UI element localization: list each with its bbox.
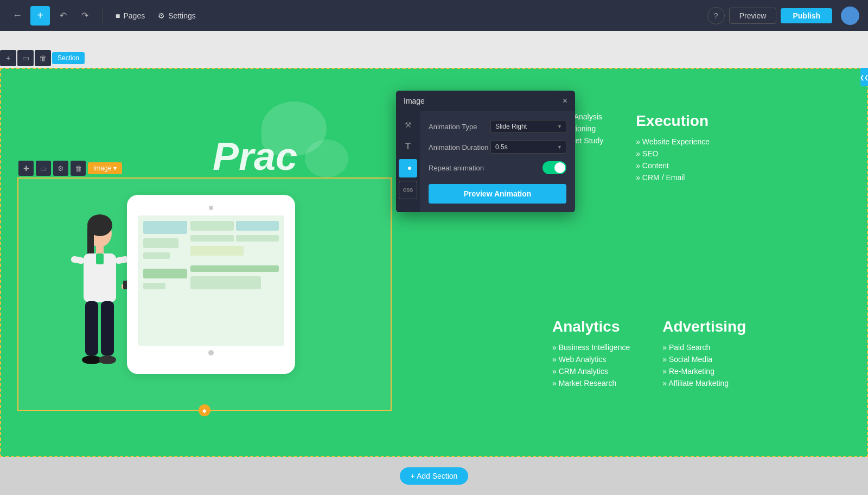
popup-sidebar-sliders[interactable]: ⚒ [399, 116, 417, 134]
svg-rect-10 [85, 301, 98, 356]
delete-image-button[interactable]: 🗑 [71, 161, 86, 176]
undo-button[interactable]: ↶ [54, 7, 72, 24]
help-icon: ? [714, 11, 718, 20]
analytics-section: Analytics Business Intelligence Web Anal… [552, 318, 834, 391]
animation-duration-select[interactable]: 0.5s 1s 1.5s 2s [490, 141, 566, 154]
svg-rect-2 [87, 225, 94, 258]
analytics-list: Business Intelligence Web Analytics CRM … [552, 343, 630, 388]
list-item: Social Media [662, 355, 746, 364]
list-item: Website Experience [636, 137, 710, 146]
animation-duration-row: Animation Duration 0.5s 1s 1.5s 2s [429, 141, 566, 154]
publish-label: Publish [793, 11, 820, 20]
repeat-animation-toggle[interactable] [542, 161, 566, 174]
repeat-animation-label: Repeat animation [429, 164, 484, 172]
list-item: Content [636, 161, 710, 170]
execution-title: Execution [636, 112, 710, 130]
animation-duration-label: Animation Duration [429, 143, 489, 151]
image-chevron-icon: ▾ [113, 164, 117, 172]
preview-animation-button[interactable]: Preview Animation [429, 184, 566, 204]
list-item: SEO [636, 149, 710, 158]
settings-image-button[interactable]: ⚙ [53, 161, 68, 176]
right-panel-toggle[interactable]: ❮❮ [860, 68, 868, 86]
list-item: Re-Marketing [662, 367, 746, 376]
popup-sidebar-css[interactable]: CSS [399, 181, 417, 199]
tablet-bottom-dot [208, 350, 214, 356]
duplicate-section-button[interactable]: ▭ [17, 50, 34, 66]
animation-type-row: Animation Type Slide Right Slide Left Fa… [429, 120, 566, 133]
popup-sidebar-text[interactable]: T [399, 137, 417, 156]
svg-rect-6 [71, 256, 85, 264]
avatar [841, 7, 859, 25]
pages-label: Pages [123, 11, 145, 20]
execution-list: Website Experience SEO Content CRM / Ema… [636, 137, 710, 182]
animation-type-label: Animation Type [429, 123, 477, 131]
pages-button[interactable]: ■ Pages [111, 9, 149, 22]
animation-duration-select-wrapper: 0.5s 1s 1.5s 2s [490, 141, 566, 154]
list-item: Market Research [552, 379, 630, 388]
preview-label: Preview [739, 11, 767, 20]
publish-button[interactable]: Publish [781, 8, 832, 23]
list-item: Paid Search [662, 343, 746, 352]
tablet-illustration [127, 195, 295, 374]
move-image-button[interactable]: ✚ [18, 161, 34, 176]
analytics-title: Analytics [552, 318, 630, 335]
back-button[interactable]: ← [9, 7, 26, 24]
list-item: Business Intelligence [552, 343, 630, 352]
list-item: Affiliate Marketing [662, 379, 746, 388]
advertising-list: Paid Search Social Media Re-Marketing Af… [662, 343, 746, 388]
svg-point-15 [408, 167, 411, 170]
popup-sidebar: ⚒ T CSS [396, 110, 420, 212]
section-label: Section [52, 52, 85, 64]
right-content: ROI Analysis Positioning Market Study Ex… [552, 112, 834, 185]
duplicate-image-button[interactable]: ▭ [36, 161, 51, 176]
add-element-button[interactable]: + [30, 6, 50, 26]
advertising-column: Advertising Paid Search Social Media Re-… [662, 318, 746, 391]
list-item: Web Analytics [552, 355, 630, 364]
prac-heading: Prac [213, 134, 297, 179]
svg-rect-5 [96, 253, 104, 264]
nav-divider [102, 8, 103, 24]
execution-column: Execution Website Experience SEO Content… [636, 112, 710, 185]
section-toolbar: + ▭ 🗑 Section [0, 48, 85, 68]
tablet-top-dot [209, 206, 213, 210]
list-item: CRM / Email [636, 173, 710, 182]
preview-button[interactable]: Preview [729, 8, 777, 24]
animation-type-select[interactable]: Slide Right Slide Left Fade In Zoom In [490, 120, 566, 133]
animation-type-select-wrapper: Slide Right Slide Left Fade In Zoom In [490, 120, 566, 133]
image-type-label: Image [93, 164, 111, 172]
popup-content: Animation Type Slide Right Slide Left Fa… [420, 111, 575, 212]
resize-handle[interactable]: ◆ [199, 404, 210, 416]
image-type-button[interactable]: Image ▾ [88, 162, 122, 174]
settings-label: Settings [168, 11, 196, 20]
add-section-bar: + Add Section [0, 457, 868, 495]
add-section-button[interactable]: + [0, 50, 16, 66]
popup-sidebar-toggle[interactable] [399, 159, 417, 177]
repeat-animation-row: Repeat animation [429, 161, 566, 174]
add-section-button[interactable]: + Add Section [400, 467, 469, 485]
svg-point-12 [82, 356, 101, 364]
settings-button[interactable]: ⚙ Settings [154, 9, 200, 22]
svg-point-13 [99, 356, 116, 364]
popup-header: Image × [396, 91, 575, 111]
delete-section-button[interactable]: 🗑 [35, 50, 51, 66]
decorative-blob-2 [305, 139, 348, 177]
redo-button[interactable]: ↷ [76, 7, 93, 24]
person-figure [62, 214, 138, 399]
navbar: ← + ↶ ↷ ■ Pages ⚙ Settings ? Preview Pub… [0, 0, 868, 31]
animation-popup: Image × ⚒ T CSS Animation Type Slide [396, 91, 575, 212]
popup-title: Image [404, 97, 425, 105]
pages-icon: ■ [116, 11, 120, 20]
image-widget-toolbar: ✚ ▭ ⚙ 🗑 Image ▾ [18, 159, 122, 177]
analytics-column: Analytics Business Intelligence Web Anal… [552, 318, 630, 391]
editor-area: + ▭ 🗑 Section Prac ✚ ▭ ⚙ 🗑 Image ▾ [0, 31, 868, 495]
list-item: CRM Analytics [552, 367, 630, 376]
svg-rect-3 [96, 246, 104, 254]
tablet-screen [138, 215, 284, 346]
image-widget[interactable]: ✚ ▭ ⚙ 🗑 Image ▾ [17, 177, 392, 411]
help-button[interactable]: ? [707, 7, 725, 24]
popup-close-button[interactable]: × [563, 96, 567, 106]
svg-rect-11 [101, 301, 114, 356]
settings-icon: ⚙ [158, 11, 165, 20]
advertising-title: Advertising [662, 318, 746, 335]
